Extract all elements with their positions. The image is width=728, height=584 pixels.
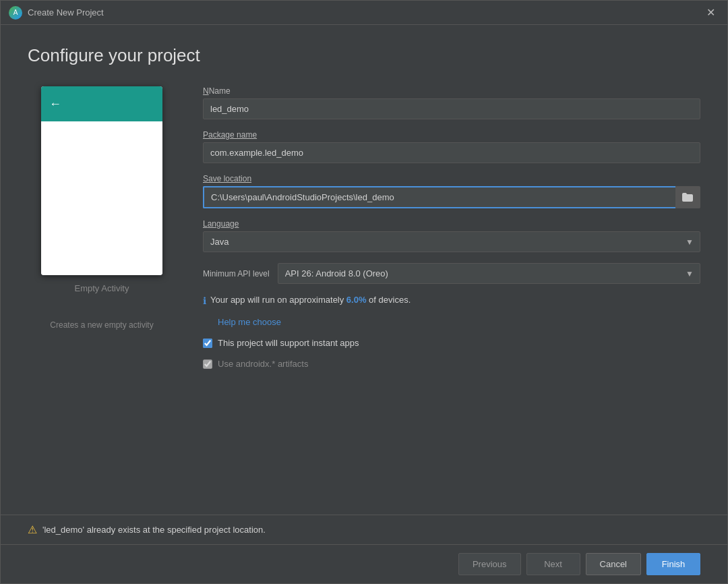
package-input[interactable] [203,142,700,163]
info-icon: ℹ [203,295,206,306]
save-location-field-group: Save location [203,174,700,208]
app-icon: A [9,6,22,20]
page-title: Configure your project [28,45,700,66]
phone-preview: ← [41,86,162,275]
package-label: Package name [203,130,700,140]
api-level-select[interactable]: API 16: Android 4.1 (Jelly Bean) API 19:… [278,263,700,284]
titlebar-left: A Create New Project [9,6,104,20]
finish-button[interactable]: Finish [646,553,700,575]
warning-bar: ⚠ 'led_demo' already exists at the speci… [1,515,727,544]
warning-text: 'led_demo' already exists at the specifi… [42,525,266,535]
footer: Previous Next Cancel Finish [1,544,727,583]
save-label: Save location [203,174,700,183]
save-location-input[interactable] [203,186,675,208]
save-location-input-row [203,186,700,208]
cancel-button[interactable]: Cancel [586,553,641,575]
folder-icon [682,193,693,202]
language-select-wrapper: Java Kotlin ▼ [203,231,700,252]
left-panel: ← Empty Activity Creates a new empty act… [28,86,176,501]
api-info-row: ℹ Your app will run on approximately 6.0… [203,295,700,306]
instant-apps-label[interactable]: This project will support instant apps [218,338,359,348]
language-field-group: Language Java Kotlin ▼ [203,219,700,252]
androidx-checkbox-row: Use androidx.* artifacts [203,359,700,369]
previous-button[interactable]: Previous [458,553,521,575]
close-button[interactable]: ✕ [702,5,719,20]
api-info-text: Your app will run on approximately 6.0% … [210,295,411,305]
name-field-group: NName [203,86,700,119]
next-button[interactable]: Next [526,553,580,575]
main-window: A Create New Project ✕ Configure your pr… [0,0,728,584]
androidx-checkbox[interactable] [203,359,212,369]
instant-apps-checkbox-row: This project will support instant apps [203,338,700,348]
language-label: Language [203,219,700,229]
api-level-field-group: Minimum API level API 16: Android 4.1 (J… [203,263,700,284]
right-panel: NName Package name Save location [203,86,700,501]
content-area: Configure your project ← Empty Activity … [1,25,727,515]
warning-icon: ⚠ [28,523,37,536]
titlebar: A Create New Project ✕ [1,1,727,25]
instant-apps-checkbox[interactable] [203,339,212,348]
preview-label: Empty Activity [75,283,129,293]
phone-header: ← [41,86,162,121]
language-select[interactable]: Java Kotlin [203,231,700,252]
androidx-label: Use androidx.* artifacts [218,359,308,369]
api-level-row: Minimum API level API 16: Android 4.1 (J… [203,263,700,284]
name-label: NName [203,86,700,96]
window-title: Create New Project [28,7,104,18]
preview-description: Creates a new empty activity [50,320,153,330]
name-input[interactable] [203,98,700,119]
api-level-select-wrapper: API 16: Android 4.1 (Jelly Bean) API 19:… [278,263,700,284]
package-field-group: Package name [203,130,700,163]
api-level-label: Minimum API level [203,269,270,279]
folder-browse-button[interactable] [675,186,700,208]
phone-body [41,121,162,275]
phone-back-arrow: ← [49,97,61,111]
main-area: ← Empty Activity Creates a new empty act… [28,86,700,501]
help-me-choose-link[interactable]: Help me choose [218,317,700,327]
